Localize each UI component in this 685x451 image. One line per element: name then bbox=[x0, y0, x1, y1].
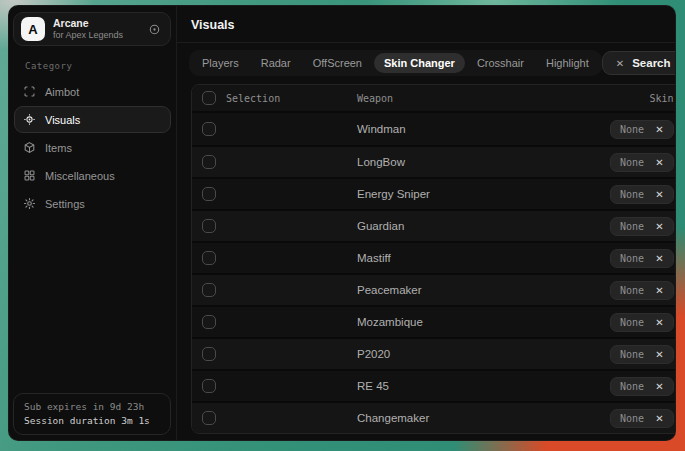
weapon-name: Mozambique bbox=[357, 316, 610, 328]
table-row[interactable]: Mastiff None ✕ bbox=[192, 241, 676, 273]
row-checkbox[interactable] bbox=[202, 379, 216, 393]
search-button[interactable]: ✕ Search bbox=[602, 51, 676, 75]
toolbar: Players Radar OffScreen Skin Changer Cro… bbox=[189, 50, 676, 76]
table-row[interactable]: Changemaker None ✕ bbox=[192, 401, 676, 433]
skin-selector[interactable]: None ✕ bbox=[610, 153, 673, 172]
clear-skin-icon[interactable]: ✕ bbox=[655, 124, 663, 135]
main-panel: Visuals Players Radar OffScreen Skin Cha… bbox=[177, 6, 676, 440]
visuals-icon bbox=[23, 113, 36, 126]
clear-skin-icon[interactable]: ✕ bbox=[655, 317, 663, 328]
row-checkbox[interactable] bbox=[202, 411, 216, 425]
sidebar-item-label: Miscellaneous bbox=[45, 170, 115, 182]
table-row[interactable]: P2020 None ✕ bbox=[192, 337, 676, 369]
sidebar-item-label: Items bbox=[45, 142, 72, 154]
skin-selector[interactable]: None ✕ bbox=[610, 217, 673, 236]
weapon-name: Changemaker bbox=[357, 412, 610, 424]
skin-value: None bbox=[620, 253, 644, 264]
table-row[interactable]: RE 45 None ✕ bbox=[192, 369, 676, 401]
skin-selector[interactable]: None ✕ bbox=[610, 281, 673, 300]
skin-value: None bbox=[620, 317, 644, 328]
column-header-weapon: Weapon bbox=[357, 93, 649, 104]
table-row[interactable]: Peacemaker None ✕ bbox=[192, 273, 676, 305]
subscription-status-box: Sub expires in 9d 23h Session duration 3… bbox=[13, 393, 171, 435]
tab-offscreen[interactable]: OffScreen bbox=[303, 53, 372, 73]
table-row[interactable]: Guardian None ✕ bbox=[192, 209, 676, 241]
aimbot-icon bbox=[23, 85, 36, 98]
miscellaneous-icon bbox=[23, 169, 36, 182]
tab-highlight[interactable]: Highlight bbox=[536, 53, 599, 73]
row-checkbox[interactable] bbox=[202, 155, 216, 169]
session-duration-text: Session duration 3m 1s bbox=[24, 415, 160, 426]
sidebar-item-label: Visuals bbox=[45, 114, 80, 126]
weapon-name: Peacemaker bbox=[357, 284, 610, 296]
sidebar-item-items[interactable]: Items bbox=[14, 134, 171, 161]
clear-skin-icon[interactable]: ✕ bbox=[655, 189, 663, 200]
weapon-name: Energy Sniper bbox=[357, 188, 610, 200]
clear-skin-icon[interactable]: ✕ bbox=[655, 349, 663, 360]
tab-players[interactable]: Players bbox=[192, 53, 249, 73]
sub-expires-text: Sub expires in 9d 23h bbox=[24, 401, 160, 412]
skin-value: None bbox=[620, 124, 644, 135]
select-all-checkbox[interactable] bbox=[202, 91, 216, 105]
app-logo-letter: A bbox=[28, 22, 37, 37]
skin-selector[interactable]: None ✕ bbox=[610, 377, 673, 396]
skin-selector[interactable]: None ✕ bbox=[610, 249, 673, 268]
sidebar-item-visuals[interactable]: Visuals bbox=[14, 106, 171, 133]
table-row[interactable]: Energy Sniper None ✕ bbox=[192, 177, 676, 209]
skin-selector[interactable]: None ✕ bbox=[610, 345, 673, 364]
row-checkbox[interactable] bbox=[202, 219, 216, 233]
row-checkbox[interactable] bbox=[202, 315, 216, 329]
table-row[interactable]: Windman None ✕ bbox=[192, 113, 676, 145]
weapon-name: P2020 bbox=[357, 348, 610, 360]
app-window: A Arcane for Apex Legends Category bbox=[8, 5, 676, 441]
app-name: Arcane bbox=[53, 17, 123, 30]
app-title-block: Arcane for Apex Legends bbox=[53, 17, 123, 41]
sidebar-item-settings[interactable]: Settings bbox=[14, 190, 171, 217]
clear-skin-icon[interactable]: ✕ bbox=[655, 413, 663, 424]
sidebar-item-miscellaneous[interactable]: Miscellaneous bbox=[14, 162, 171, 189]
tab-crosshair[interactable]: Crosshair bbox=[467, 53, 534, 73]
column-header-selection: Selection bbox=[226, 93, 357, 104]
target-icon[interactable] bbox=[148, 23, 161, 36]
page-title: Visuals bbox=[177, 6, 676, 43]
settings-icon bbox=[23, 197, 36, 210]
sidebar-header: A Arcane for Apex Legends bbox=[13, 12, 171, 46]
x-icon: ✕ bbox=[616, 58, 624, 69]
row-checkbox[interactable] bbox=[202, 251, 216, 265]
tab-radar[interactable]: Radar bbox=[251, 53, 301, 73]
skin-value: None bbox=[620, 189, 644, 200]
category-label: Category bbox=[25, 61, 176, 71]
weapon-name: LongBow bbox=[357, 156, 610, 168]
skin-selector[interactable]: None ✕ bbox=[610, 120, 673, 139]
clear-skin-icon[interactable]: ✕ bbox=[655, 253, 663, 264]
sidebar-item-label: Settings bbox=[45, 198, 85, 210]
row-checkbox[interactable] bbox=[202, 283, 216, 297]
skin-value: None bbox=[620, 157, 644, 168]
sidebar-item-label: Aimbot bbox=[45, 86, 79, 98]
clear-skin-icon[interactable]: ✕ bbox=[655, 381, 663, 392]
table-row[interactable]: LongBow None ✕ bbox=[192, 145, 676, 177]
weapon-name: Mastiff bbox=[357, 252, 610, 264]
skin-value: None bbox=[620, 221, 644, 232]
sidebar-nav: Aimbot Visuals bbox=[9, 78, 176, 217]
skin-value: None bbox=[620, 349, 644, 360]
column-header-skin: Skin bbox=[649, 93, 673, 104]
clear-skin-icon[interactable]: ✕ bbox=[655, 157, 663, 168]
tab-skin-changer[interactable]: Skin Changer bbox=[374, 53, 465, 73]
row-checkbox[interactable] bbox=[202, 122, 216, 136]
skin-selector[interactable]: None ✕ bbox=[610, 313, 673, 332]
skin-value: None bbox=[620, 413, 644, 424]
sidebar-item-aimbot[interactable]: Aimbot bbox=[14, 78, 171, 105]
row-checkbox[interactable] bbox=[202, 187, 216, 201]
search-button-label: Search bbox=[632, 57, 670, 69]
app-subtitle: for Apex Legends bbox=[53, 30, 123, 41]
skin-selector[interactable]: None ✕ bbox=[610, 185, 673, 204]
skin-selector[interactable]: None ✕ bbox=[610, 409, 673, 428]
row-checkbox[interactable] bbox=[202, 347, 216, 361]
sidebar: A Arcane for Apex Legends Category bbox=[9, 6, 177, 440]
clear-skin-icon[interactable]: ✕ bbox=[655, 221, 663, 232]
table-row[interactable]: Mozambique None ✕ bbox=[192, 305, 676, 337]
app-logo: A bbox=[21, 17, 45, 41]
skin-value: None bbox=[620, 285, 644, 296]
clear-skin-icon[interactable]: ✕ bbox=[655, 285, 663, 296]
